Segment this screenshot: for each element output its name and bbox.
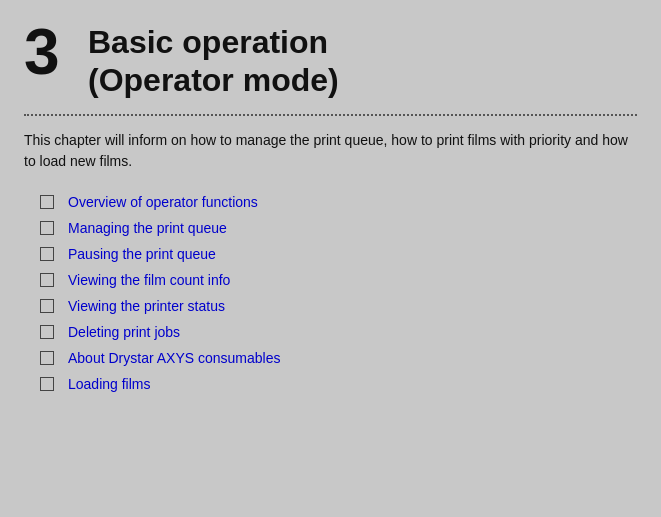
chapter-header: 3 Basic operation (Operator mode) xyxy=(24,18,637,100)
toc-link-2[interactable]: Pausing the print queue xyxy=(68,246,216,262)
toc-link-3[interactable]: Viewing the film count info xyxy=(68,272,230,288)
checkbox-icon xyxy=(40,221,54,235)
list-item: Deleting print jobs xyxy=(40,324,637,340)
checkbox-icon xyxy=(40,273,54,287)
chapter-title-line2: (Operator mode) xyxy=(88,62,339,98)
toc-link-0[interactable]: Overview of operator functions xyxy=(68,194,258,210)
toc-list: Overview of operator functionsManaging t… xyxy=(40,194,637,392)
chapter-title: Basic operation (Operator mode) xyxy=(88,24,339,100)
page-container: 3 Basic operation (Operator mode) This c… xyxy=(0,0,661,517)
list-item: Viewing the film count info xyxy=(40,272,637,288)
toc-link-5[interactable]: Deleting print jobs xyxy=(68,324,180,340)
checkbox-icon xyxy=(40,195,54,209)
list-item: Managing the print queue xyxy=(40,220,637,236)
chapter-number: 3 xyxy=(24,20,72,84)
toc-link-6[interactable]: About Drystar AXYS consumables xyxy=(68,350,280,366)
checkbox-icon xyxy=(40,247,54,261)
chapter-title-line1: Basic operation xyxy=(88,24,328,60)
list-item: Viewing the printer status xyxy=(40,298,637,314)
toc-link-4[interactable]: Viewing the printer status xyxy=(68,298,225,314)
checkbox-icon xyxy=(40,325,54,339)
section-divider xyxy=(24,114,637,116)
checkbox-icon xyxy=(40,351,54,365)
checkbox-icon xyxy=(40,377,54,391)
toc-link-1[interactable]: Managing the print queue xyxy=(68,220,227,236)
list-item: Pausing the print queue xyxy=(40,246,637,262)
list-item: Overview of operator functions xyxy=(40,194,637,210)
intro-paragraph: This chapter will inform on how to manag… xyxy=(24,130,637,172)
list-item: About Drystar AXYS consumables xyxy=(40,350,637,366)
list-item: Loading films xyxy=(40,376,637,392)
toc-link-7[interactable]: Loading films xyxy=(68,376,151,392)
checkbox-icon xyxy=(40,299,54,313)
